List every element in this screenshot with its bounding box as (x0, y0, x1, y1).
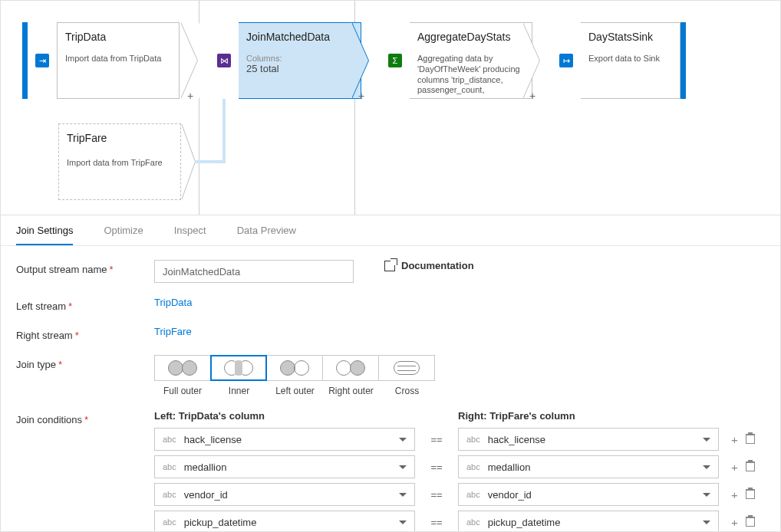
node-desc: Export data to Sink (588, 54, 672, 64)
join-condition-row: abchack_license==abchack_license+ (154, 428, 765, 451)
add-condition-button[interactable]: + (731, 516, 738, 529)
documentation-link[interactable]: Documentation (384, 260, 474, 271)
node-title: DayStatsSink (588, 31, 672, 43)
venn-inner-icon (224, 360, 253, 376)
chevron-down-icon (399, 438, 407, 442)
connector (195, 160, 226, 163)
left-column-dropdown[interactable]: abchack_license (154, 428, 415, 451)
chevron-down-icon (399, 521, 407, 524)
join-type-label: Join type* (16, 355, 154, 370)
node-accent (680, 22, 686, 99)
node-arrow (180, 22, 197, 99)
node-notch (199, 22, 213, 99)
node-joinmatcheddata[interactable]: ⋈ JoinMatchedData Columns: 25 total (199, 22, 361, 99)
chevron-down-icon (703, 493, 710, 497)
columns-label: Columns: (246, 54, 353, 63)
right-column-dropdown[interactable]: abcpickup_datetime (458, 511, 719, 532)
output-stream-label: Output stream name* (16, 260, 154, 275)
left-stream-value[interactable]: TripData (154, 297, 192, 308)
node-desc: Aggregating data by 'DayOfTheWeek' produ… (417, 54, 524, 96)
jt-label: Full outer (163, 386, 202, 396)
chevron-down-icon (703, 438, 710, 442)
add-condition-button[interactable]: + (731, 433, 738, 446)
sink-icon: ↦ (555, 22, 578, 99)
chevron-down-icon (399, 465, 407, 469)
delete-condition-button[interactable] (746, 516, 755, 529)
node-aggregatedaystats[interactable]: Σ AggregateDayStats Aggregating data by … (370, 22, 532, 99)
join-type-inner[interactable] (210, 355, 267, 381)
jt-label: Cross (395, 386, 419, 396)
node-daystatssink[interactable]: ↦ DayStatsSink Export data to Sink (541, 22, 686, 99)
join-type-right-outer[interactable] (322, 355, 379, 381)
trash-icon (746, 517, 755, 527)
right-stream-value[interactable]: TripFare (154, 326, 192, 337)
node-desc: Import data from TripData (65, 54, 171, 64)
delete-condition-button[interactable] (746, 488, 755, 501)
join-type-cross[interactable] (378, 355, 435, 381)
node-accent (22, 22, 28, 99)
add-condition-button[interactable]: + (731, 461, 738, 474)
join-type-group: Full outer Inner Left outer (154, 355, 435, 396)
node-title: JoinMatchedData (246, 31, 353, 43)
tab-inspect[interactable]: Inspect (174, 225, 206, 245)
venn-right-icon (336, 360, 365, 376)
join-type-full-outer[interactable] (154, 355, 211, 381)
delete-condition-button[interactable] (746, 433, 755, 446)
add-branch-button[interactable]: + (529, 90, 535, 102)
node-title: AggregateDayStats (417, 31, 524, 43)
chevron-down-icon (703, 465, 710, 469)
tab-optimize[interactable]: Optimize (104, 225, 143, 245)
left-column-dropdown[interactable]: abcvendor_id (154, 483, 415, 506)
right-column-dropdown[interactable]: abcmedallion (458, 455, 719, 478)
add-condition-button[interactable]: + (731, 488, 738, 501)
join-conditions-header: Left: TripData's column Right: TripFare'… (154, 410, 765, 422)
external-link-icon (384, 261, 395, 271)
chevron-down-icon (399, 493, 407, 497)
delete-condition-button[interactable] (746, 461, 755, 474)
columns-count: 25 total (246, 63, 353, 74)
add-branch-button[interactable]: + (187, 90, 193, 102)
source-icon: ⇥ (31, 22, 54, 99)
left-column-header: Left: TripData's column (154, 410, 415, 422)
node-title: TripFare (67, 132, 173, 144)
node-notch (370, 22, 384, 99)
join-conditions-label: Join conditions* (16, 410, 154, 425)
aggregate-icon: Σ (384, 22, 407, 99)
chevron-down-icon (703, 521, 710, 524)
add-branch-button[interactable]: + (358, 90, 364, 102)
left-column-dropdown[interactable]: abcmedallion (154, 455, 415, 478)
equals-operator: == (415, 517, 458, 528)
node-tripfare[interactable]: TripFare Import data from TripFare (58, 123, 181, 200)
tab-join-settings[interactable]: Join Settings (16, 225, 73, 245)
venn-left-icon (280, 360, 309, 376)
connector (222, 99, 226, 163)
trash-icon (746, 489, 755, 499)
join-type-left-outer[interactable] (266, 355, 323, 381)
node-arrow (522, 22, 539, 99)
node-tripdata[interactable]: ⇥ TripData Import data from TripData (22, 22, 180, 99)
data-flow-canvas[interactable]: ⇥ TripData Import data from TripData + ⋈… (1, 1, 780, 215)
trash-icon (746, 434, 755, 444)
node-desc: Import data from TripFare (67, 158, 173, 167)
documentation-label: Documentation (401, 260, 474, 271)
cross-join-icon (394, 361, 420, 375)
equals-operator: == (415, 461, 458, 473)
join-condition-row: abcpickup_datetime==abcpickup_datetime+ (154, 511, 765, 532)
left-stream-label: Left stream* (16, 297, 154, 312)
node-notch (541, 22, 555, 99)
join-condition-row: abcvendor_id==abcvendor_id+ (154, 483, 765, 506)
jt-label: Left outer (275, 386, 315, 396)
jt-label: Right outer (328, 386, 374, 396)
left-column-dropdown[interactable]: abcpickup_datetime (154, 511, 415, 532)
join-condition-row: abcmedallion==abcmedallion+ (154, 455, 765, 478)
node-arrow (181, 123, 195, 200)
venn-full-icon (168, 360, 197, 376)
node-arrow (351, 22, 368, 99)
right-column-dropdown[interactable]: abchack_license (458, 428, 719, 451)
equals-operator: == (415, 434, 458, 445)
output-stream-input[interactable] (154, 260, 354, 283)
tab-data-preview[interactable]: Data Preview (237, 225, 296, 245)
join-settings-panel: Output stream name* Documentation Left s… (1, 246, 780, 532)
right-stream-label: Right stream* (16, 326, 154, 341)
right-column-dropdown[interactable]: abcvendor_id (458, 483, 719, 506)
